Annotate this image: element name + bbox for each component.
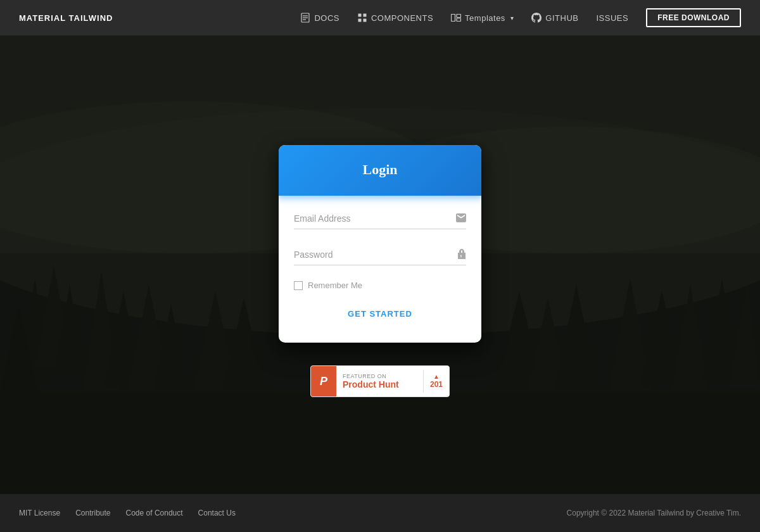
remember-me-group: Remember Me xyxy=(294,281,466,290)
nav-issues[interactable]: ISSUES xyxy=(596,13,628,23)
navbar: MATERIAL TAILWIND DOCS COMPONENTS Templa… xyxy=(0,0,760,35)
free-download-button[interactable]: FREE DOWNLOAD xyxy=(646,8,741,27)
email-input[interactable] xyxy=(294,208,466,229)
nav-components[interactable]: COMPONENTS xyxy=(357,13,433,23)
brand-logo: MATERIAL TAILWIND xyxy=(19,13,113,23)
email-field-group xyxy=(294,208,466,229)
svg-rect-34 xyxy=(457,15,461,18)
password-field-group xyxy=(294,244,466,265)
footer-copyright: Copyright © 2022 Material Tailwind by Cr… xyxy=(567,509,741,517)
product-hunt-badge[interactable]: P FEATURED ON Product Hunt ▲ 201 xyxy=(310,365,450,397)
components-label: COMPONENTS xyxy=(371,13,433,23)
product-hunt-logo: P xyxy=(311,366,336,396)
login-card-body: Remember Me GET STARTED xyxy=(279,196,481,343)
footer-link-contribute[interactable]: Contribute xyxy=(75,509,110,517)
nav-github[interactable]: GITHUB xyxy=(531,13,578,23)
svg-rect-30 xyxy=(363,14,366,17)
svg-rect-32 xyxy=(363,19,366,22)
lock-icon xyxy=(457,249,466,262)
upvote-arrow-icon: ▲ xyxy=(433,374,440,380)
login-card-header: Login xyxy=(279,145,481,196)
product-hunt-text: FEATURED ON Product Hunt xyxy=(336,370,423,392)
svg-rect-35 xyxy=(457,18,461,22)
nav-docs[interactable]: DOCS xyxy=(300,13,339,23)
nav-links: DOCS COMPONENTS Templates ▾ GITHUB ISSUE… xyxy=(300,8,741,27)
product-hunt-featured-label: FEATURED ON xyxy=(343,373,417,379)
templates-dropdown-icon: ▾ xyxy=(510,15,514,22)
footer-link-code-of-conduct[interactable]: Code of Conduct xyxy=(126,509,183,517)
svg-rect-31 xyxy=(358,19,361,22)
upvote-count: 201 xyxy=(430,380,443,389)
product-hunt-p-icon: P xyxy=(320,375,327,388)
svg-rect-33 xyxy=(452,15,455,22)
footer-link-contact-us[interactable]: Contact Us xyxy=(198,509,236,517)
svg-rect-29 xyxy=(358,14,361,17)
product-hunt-upvotes: ▲ 201 xyxy=(423,370,449,393)
login-title: Login xyxy=(290,162,470,178)
product-hunt-name: Product Hunt xyxy=(343,379,417,390)
footer: MIT License Contribute Code of Conduct C… xyxy=(0,494,760,532)
grid-icon xyxy=(357,13,367,23)
github-icon xyxy=(531,13,542,23)
issues-label: ISSUES xyxy=(596,13,628,23)
main-content: Login Remember Me xyxy=(0,35,760,494)
github-label: GITHUB xyxy=(545,13,578,23)
email-icon xyxy=(456,213,466,225)
nav-templates[interactable]: Templates ▾ xyxy=(451,13,514,23)
docs-icon xyxy=(300,13,310,23)
get-started-button[interactable]: GET STARTED xyxy=(294,303,466,325)
docs-label: DOCS xyxy=(314,13,339,23)
remember-checkbox[interactable] xyxy=(294,281,303,290)
password-input[interactable] xyxy=(294,244,466,265)
templates-icon xyxy=(451,13,461,23)
footer-link-mit-license[interactable]: MIT License xyxy=(19,509,60,517)
login-card: Login Remember Me xyxy=(279,145,481,343)
footer-links: MIT License Contribute Code of Conduct C… xyxy=(19,509,236,517)
templates-label: Templates xyxy=(465,13,505,23)
remember-label: Remember Me xyxy=(308,281,362,290)
